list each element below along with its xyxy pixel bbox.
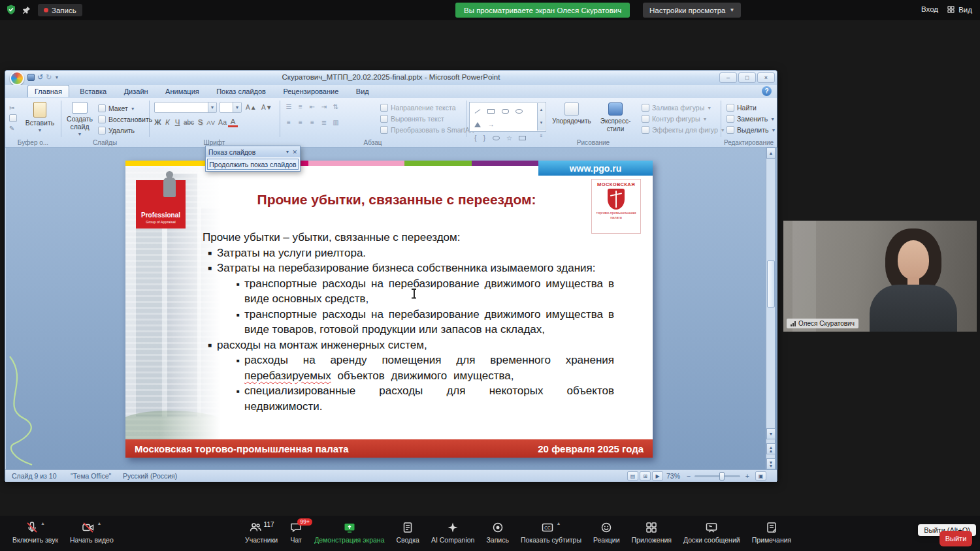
normal-view-button[interactable]: ▤ [627, 471, 638, 480]
shrink-font-button[interactable]: А▼ [260, 101, 274, 113]
numbering-icon[interactable]: ≡ [295, 102, 306, 112]
record-button[interactable]: Запись [480, 518, 514, 544]
login-button[interactable]: Вход [921, 5, 938, 13]
popup-title-bar[interactable]: Показ слайдов ▼ ✕ [206, 146, 300, 157]
chat-button[interactable]: 99+ Чат [284, 518, 308, 544]
chevron-up-icon[interactable]: ▲ [97, 521, 101, 526]
text-direction-button[interactable]: Направление текста [380, 102, 456, 113]
tab-slideshow[interactable]: Показ слайдов [210, 86, 272, 98]
justify-icon[interactable]: ≣ [319, 118, 329, 127]
view-settings-dropdown[interactable]: Настройки просмотра ▼ [643, 3, 741, 18]
paste-button[interactable]: Вставить ▼ [24, 102, 56, 134]
quick-styles-button[interactable]: Экспресс-стили [595, 102, 636, 133]
shadow-button[interactable]: S [195, 116, 205, 128]
reactions-button[interactable]: Реакции [587, 518, 626, 544]
shape-outline-button[interactable]: Контур фигуры▼ [642, 114, 707, 124]
align-left-icon[interactable]: ≡ [284, 118, 294, 127]
bold-button[interactable]: Ж [153, 116, 163, 128]
participant-video[interactable]: Олеся Скуратович [783, 221, 977, 332]
layout-button[interactable]: Макет▼ [98, 103, 135, 114]
shape-fill-button[interactable]: Заливка фигуры▼ [642, 102, 711, 113]
change-case-button[interactable]: Аа [217, 116, 228, 128]
zoom-in-button[interactable]: + [745, 472, 749, 480]
tab-home[interactable]: Главная [27, 85, 69, 97]
slide-sorter-button[interactable]: ⊞ [640, 471, 651, 480]
participants-button[interactable]: 117 Участники [239, 518, 284, 544]
strikethrough-button[interactable]: abc [182, 116, 195, 128]
tab-review[interactable]: Рецензирование [276, 86, 345, 98]
vertical-scrollbar[interactable]: ▲ ▼ ▲▲ ▼▼ [766, 148, 775, 469]
zoom-slider[interactable] [694, 475, 740, 477]
slideshow-view-button[interactable]: ▶ [652, 471, 663, 480]
shapes-scroll[interactable]: ▲▼≡ [537, 103, 545, 131]
next-slide-button[interactable]: ▼▼ [766, 458, 776, 469]
fit-to-window-button[interactable]: ▣ [755, 471, 766, 480]
scrollbar-thumb[interactable] [767, 260, 775, 307]
tab-animation[interactable]: Анимация [159, 86, 206, 98]
find-button[interactable]: Найти [727, 102, 757, 113]
replace-button[interactable]: Заменить▼ [727, 114, 775, 124]
close-button[interactable]: × [757, 72, 775, 83]
char-spacing-button[interactable]: AV [205, 116, 217, 128]
underline-button[interactable]: Ч [172, 116, 182, 128]
ai-companion-button[interactable]: AI Companion [425, 518, 481, 544]
shapes-gallery[interactable]: → { } ☆ ▲▼≡ [469, 102, 546, 132]
view-button[interactable]: Вид [947, 5, 972, 14]
pin-icon[interactable] [22, 5, 31, 15]
whiteboards-button[interactable]: Доски сообщений [678, 518, 746, 544]
italic-button[interactable]: К [163, 116, 172, 128]
columns-icon[interactable]: ▥ [331, 118, 341, 127]
share-screen-button[interactable]: Демонстрация экрана [308, 518, 390, 544]
zoom-out-button[interactable]: − [687, 472, 691, 480]
apps-button[interactable]: Приложения [626, 518, 678, 544]
zoom-percent[interactable]: 73% [666, 472, 680, 480]
unmute-button[interactable]: ▲ Включить звук [7, 518, 64, 544]
delete-button[interactable]: Удалить [98, 125, 135, 136]
slide-body-text[interactable]: Прочие убытки – убытки, связанные с пере… [203, 230, 617, 414]
increase-indent-icon[interactable]: ⇥ [319, 102, 329, 112]
slide-editor-area[interactable]: www.pgo.ru Professional Group of Apprais… [6, 148, 777, 469]
grow-font-button[interactable]: А▲ [244, 101, 258, 113]
captions-button[interactable]: CC ▲ Показать субтитры [515, 518, 587, 544]
chevron-up-icon[interactable]: ▲ [41, 521, 45, 526]
align-text-button[interactable]: Выровнять текст [380, 114, 444, 124]
ppt-title-bar[interactable]: ↺ ↻ ▼ Скуратович_МТПП_20.02.2025-final.p… [5, 71, 777, 85]
leave-button[interactable]: Выйти [939, 531, 972, 546]
align-center-icon[interactable]: ≡ [295, 118, 306, 127]
maximize-button[interactable]: □ [738, 72, 756, 83]
security-shield-icon[interactable] [5, 4, 17, 16]
scroll-up-button[interactable]: ▲ [766, 148, 776, 159]
recording-indicator[interactable]: Запись [38, 4, 82, 16]
select-button[interactable]: Выделить▼ [727, 125, 776, 135]
shape-effects-button[interactable]: Эффекты для фигур▼ [642, 125, 725, 135]
new-slide-button[interactable]: Создать слайд ▼ [64, 102, 95, 138]
minimize-button[interactable]: – [719, 72, 737, 83]
chevron-down-icon[interactable]: ▼ [286, 150, 290, 154]
tab-design[interactable]: Дизайн [118, 86, 155, 98]
chevron-up-icon[interactable]: ▲ [556, 521, 561, 526]
status-language[interactable]: Русский (Россия) [123, 472, 177, 480]
previous-slide-button[interactable]: ▲▲ [766, 443, 776, 454]
arrange-button[interactable]: Упорядочить [551, 102, 592, 125]
reset-button[interactable]: Восстановить [98, 114, 152, 125]
tab-view[interactable]: Вид [350, 86, 376, 98]
decrease-indent-icon[interactable]: ⇤ [307, 102, 318, 112]
help-icon[interactable]: ? [762, 86, 772, 96]
summary-button[interactable]: Сводка [390, 518, 425, 544]
start-video-button[interactable]: ▲ Начать видео [64, 518, 120, 544]
tab-insert[interactable]: Вставка [73, 86, 113, 98]
font-name-combo[interactable]: ▼ [154, 102, 217, 113]
copy-icon[interactable] [9, 114, 17, 122]
format-painter-icon[interactable]: ✎ [9, 125, 17, 132]
zoom-slider-thumb[interactable] [719, 472, 725, 480]
font-color-button[interactable]: А [228, 118, 238, 127]
line-spacing-icon[interactable]: ⇅ [331, 102, 341, 112]
smartart-button[interactable]: Преобразовать в SmartArt [380, 125, 474, 135]
font-size-combo[interactable]: ▼ [220, 102, 242, 113]
scroll-down-button[interactable]: ▼ [766, 428, 776, 439]
popup-close-icon[interactable]: ✕ [292, 149, 297, 155]
bullets-icon[interactable]: ☰ [284, 102, 294, 112]
align-right-icon[interactable]: ≡ [307, 118, 318, 127]
continue-slideshow-button[interactable]: Продолжить показ слайдов [207, 159, 299, 170]
slide-canvas[interactable]: www.pgo.ru Professional Group of Apprais… [125, 161, 653, 458]
